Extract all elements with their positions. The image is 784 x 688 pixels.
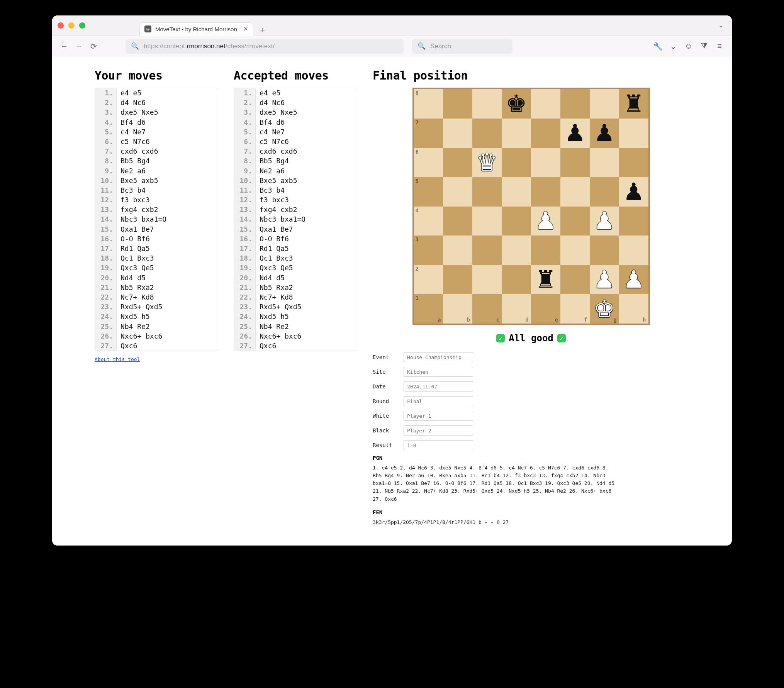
move-text: c5 N7c6 <box>256 137 289 146</box>
move-text: Nd4 d5 <box>117 273 146 283</box>
pgn-text[interactable]: 1. e4 e5 2. d4 Nc6 3. dxe5 Nxe5 4. Bf4 d… <box>373 464 620 503</box>
board-square-g6 <box>590 148 619 177</box>
board-square-a4: 4 <box>414 207 443 236</box>
file-label: f <box>584 317 587 323</box>
file-label: e <box>555 317 558 323</box>
board-square-e4: ♟ <box>531 207 560 236</box>
move-row: 3.dxe5 Nxe5 <box>95 107 218 117</box>
move-number: 13. <box>95 205 117 214</box>
move-row: 13.fxg4 cxb2 <box>95 205 218 214</box>
white-field[interactable] <box>404 411 473 421</box>
move-text: e4 e5 <box>117 88 141 98</box>
board-square-b7 <box>443 119 472 148</box>
piece-f7: ♟ <box>564 121 586 145</box>
move-row: 9.Ne2 a6 <box>95 166 218 176</box>
traffic-lights <box>58 22 85 29</box>
move-number: 7. <box>234 146 256 156</box>
piece-g2: ♟ <box>594 268 615 291</box>
event-field[interactable] <box>404 352 473 362</box>
move-text: dxe5 Nxe5 <box>117 107 158 117</box>
board-square-a8: 8 <box>414 89 443 119</box>
board-square-d4 <box>502 207 531 236</box>
move-row: 19.Qxc3 Qe5 <box>234 263 357 273</box>
back-button[interactable]: ← <box>60 42 68 51</box>
search-bar[interactable]: 🔍 Search <box>412 39 512 54</box>
account-icon[interactable]: ☺ <box>684 42 693 51</box>
address-bar[interactable]: 🔍 https://content.rmorrison.net/chess/mo… <box>126 39 404 54</box>
browser-window: ◎ MoveText - by Richard Morrison ✕ + ⌄ ←… <box>52 15 732 546</box>
board-square-h7 <box>619 119 648 148</box>
round-field[interactable] <box>404 396 473 406</box>
move-number: 11. <box>234 185 256 195</box>
rank-label: 6 <box>416 149 419 155</box>
move-text: Nbc3 bxa1=Q <box>117 214 166 224</box>
close-window-button[interactable] <box>58 22 64 29</box>
zoom-window-button[interactable] <box>79 22 85 29</box>
fen-text[interactable]: 3k3r/5pp1/2Q5/7p/4P1P1/8/4r1PP/6K1 b - -… <box>373 519 620 526</box>
result-field[interactable] <box>404 440 473 450</box>
new-tab-button[interactable]: + <box>260 25 265 35</box>
move-number: 10. <box>234 176 256 185</box>
move-number: 20. <box>234 273 256 283</box>
move-row: 22.Nc7+ Kd8 <box>234 292 357 302</box>
about-link[interactable]: About this tool <box>95 356 218 362</box>
move-row: 8.Bb5 Bg4 <box>234 156 357 166</box>
accepted-moves-column: Accepted moves 1.e4 e52.d4 Nc63.dxe5 Nxe… <box>234 69 357 526</box>
move-text: Nbc3 bxa1=Q <box>256 214 305 224</box>
move-number: 3. <box>234 107 256 117</box>
your-moves-list[interactable]: 1.e4 e52.d4 Nc63.dxe5 Nxe54.Bf4 d65.c4 N… <box>95 88 218 351</box>
move-row: 12.f3 bxc3 <box>95 195 218 205</box>
move-row: 16.O-O Bf6 <box>234 234 357 244</box>
menu-icon[interactable]: ≡ <box>715 42 724 51</box>
date-field[interactable] <box>404 381 473 391</box>
move-text: c5 N7c6 <box>117 137 150 146</box>
status-text: All good <box>509 333 553 344</box>
tabs-dropdown-icon[interactable]: ⌄ <box>718 22 723 29</box>
move-row: 27.Qxc6 <box>95 341 218 351</box>
board-square-d1: d <box>502 294 531 324</box>
move-row: 26.Nxc6+ bxc6 <box>95 331 218 341</box>
browser-tab[interactable]: ◎ MoveText - by Richard Morrison ✕ <box>139 22 253 36</box>
move-number: 23. <box>234 302 256 312</box>
move-row: 20.Nd4 d5 <box>95 273 218 283</box>
move-row: 26.Nxc6+ bxc6 <box>234 331 357 341</box>
check-icon: ✓ <box>557 334 566 342</box>
site-field[interactable] <box>404 367 473 377</box>
fen-label: FEN <box>373 509 689 515</box>
move-text: Nxc6+ bxc6 <box>256 331 301 341</box>
meta-label: Event <box>373 354 404 360</box>
move-row: 6.c5 N7c6 <box>95 137 218 146</box>
heading-accepted-moves: Accepted moves <box>234 69 357 82</box>
black-field[interactable] <box>404 425 473 436</box>
move-number: 5. <box>234 127 256 137</box>
forward-button[interactable]: → <box>75 42 83 51</box>
move-number: 12. <box>95 195 117 205</box>
reload-button[interactable]: ⟳ <box>89 42 98 51</box>
move-text: Nxc6+ bxc6 <box>117 331 162 341</box>
piece-g7: ♟ <box>594 121 615 145</box>
board-square-g3 <box>590 236 619 265</box>
move-number: 16. <box>95 234 117 244</box>
board-square-e3 <box>531 236 560 265</box>
board-square-b2 <box>443 265 472 294</box>
tab-close-icon[interactable]: ✕ <box>243 25 248 32</box>
rank-label: 1 <box>416 295 419 301</box>
pocket-icon[interactable]: ⌄ <box>669 42 678 51</box>
board-square-f2 <box>560 265 590 294</box>
pgn-meta-form: Event Site Date Round White <box>373 352 689 526</box>
move-number: 21. <box>234 283 256 292</box>
meta-row-site: Site <box>373 367 689 377</box>
extensions-icon[interactable]: ⧩ <box>699 42 709 51</box>
final-position-column: Final position 8♚♜7♟♟6♛5♟4♟♟32♜♟♟1abcdef… <box>373 69 689 526</box>
move-number: 24. <box>95 312 117 321</box>
move-number: 1. <box>234 88 256 98</box>
move-row: 24.Nxd5 h5 <box>95 312 218 321</box>
board-square-g2: ♟ <box>590 265 619 294</box>
move-text: Qxa1 Be7 <box>117 224 154 234</box>
tab-strip: ◎ MoveText - by Richard Morrison ✕ + <box>139 15 265 35</box>
board-square-a7: 7 <box>414 119 443 148</box>
move-number: 9. <box>95 166 117 176</box>
minimize-window-button[interactable] <box>68 22 75 29</box>
move-row: 22.Nc7+ Kd8 <box>95 292 218 302</box>
wrench-icon[interactable]: 🔧 <box>653 42 662 51</box>
